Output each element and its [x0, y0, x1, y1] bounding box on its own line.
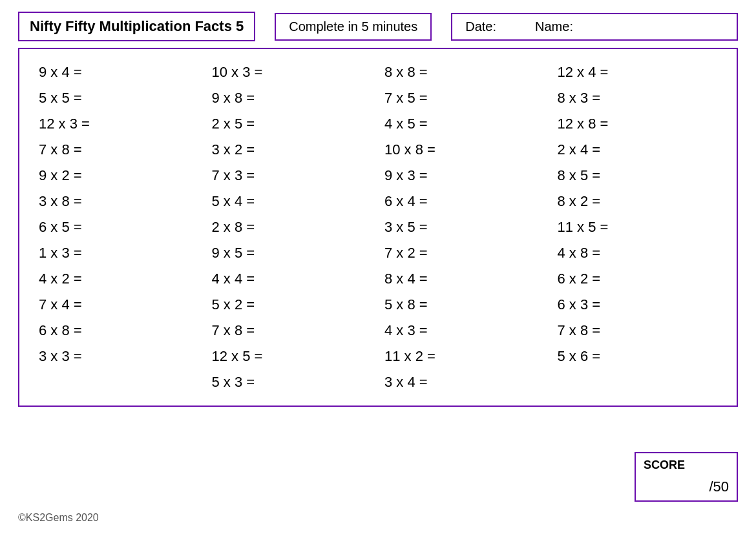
- fact-item: 10 x 3 =: [205, 59, 379, 85]
- footer: ©KS2Gems 2020: [18, 512, 99, 524]
- header: Nifty Fifty Multiplication Facts 5 Compl…: [18, 12, 738, 41]
- fact-item: 2 x 4 =: [551, 137, 724, 163]
- fact-item: 4 x 4 =: [205, 266, 379, 292]
- fact-item: 6 x 4 =: [378, 189, 551, 214]
- fact-item: 11 x 2 =: [378, 344, 551, 369]
- score-value: /50: [644, 478, 729, 495]
- fact-item: 1 x 3 =: [32, 240, 205, 266]
- complete-text: Complete in 5 minutes: [289, 19, 417, 34]
- fact-item: 7 x 2 =: [378, 240, 551, 266]
- fact-item: 5 x 4 =: [205, 189, 379, 214]
- fact-item: 8 x 3 =: [551, 85, 724, 111]
- fact-item: 3 x 5 =: [378, 214, 551, 240]
- fact-item: 3 x 4 =: [378, 369, 551, 395]
- fact-item: 5 x 3 =: [205, 369, 379, 395]
- complete-box: Complete in 5 minutes: [275, 13, 432, 41]
- fact-item: 6 x 5 =: [32, 214, 205, 240]
- fact-item: [32, 369, 205, 395]
- fact-item: 7 x 4 =: [32, 292, 205, 318]
- fact-item: 6 x 3 =: [551, 292, 724, 318]
- fact-item: 2 x 5 =: [205, 111, 379, 137]
- score-label: SCORE: [644, 458, 729, 472]
- fact-item: 8 x 8 =: [378, 59, 551, 85]
- score-box: SCORE /50: [635, 452, 738, 502]
- fact-item: 4 x 8 =: [551, 240, 724, 266]
- title-box: Nifty Fifty Multiplication Facts 5: [18, 12, 255, 41]
- date-label: Date:: [465, 19, 496, 34]
- fact-item: 9 x 5 =: [205, 240, 379, 266]
- fact-item: 8 x 5 =: [551, 163, 724, 189]
- fact-item: 3 x 3 =: [32, 344, 205, 369]
- fact-item: 3 x 8 =: [32, 189, 205, 214]
- fact-item: 5 x 5 =: [32, 85, 205, 111]
- fact-item: 4 x 2 =: [32, 266, 205, 292]
- name-label: Name:: [535, 19, 573, 34]
- fact-item: 12 x 5 =: [205, 344, 379, 369]
- fact-item: 12 x 8 =: [551, 111, 724, 137]
- fact-item: 4 x 3 =: [378, 318, 551, 344]
- fact-item: 7 x 8 =: [32, 137, 205, 163]
- fact-item: 7 x 5 =: [378, 85, 551, 111]
- fact-item: 6 x 2 =: [551, 266, 724, 292]
- fact-item: 5 x 6 =: [551, 344, 724, 369]
- fact-item: 7 x 3 =: [205, 163, 379, 189]
- copyright-text: ©KS2Gems 2020: [18, 512, 99, 523]
- fact-item: 3 x 2 =: [205, 137, 379, 163]
- fact-item: 9 x 2 =: [32, 163, 205, 189]
- title-text: Nifty Fifty Multiplication Facts 5: [30, 18, 244, 34]
- fact-item: 4 x 5 =: [378, 111, 551, 137]
- fact-item: 12 x 3 =: [32, 111, 205, 137]
- fact-item: 8 x 2 =: [551, 189, 724, 214]
- fact-item: 11 x 5 =: [551, 214, 724, 240]
- fact-item: 7 x 8 =: [551, 318, 724, 344]
- fact-item: 10 x 8 =: [378, 137, 551, 163]
- date-name-box: Date: Name:: [451, 13, 738, 41]
- fact-item: 9 x 8 =: [205, 85, 379, 111]
- fact-item: 6 x 8 =: [32, 318, 205, 344]
- fact-item: 7 x 8 =: [205, 318, 379, 344]
- fact-item: 2 x 8 =: [205, 214, 379, 240]
- fact-item: 5 x 2 =: [205, 292, 379, 318]
- fact-item: 9 x 4 =: [32, 59, 205, 85]
- fact-item: 12 x 4 =: [551, 59, 724, 85]
- fact-item: 8 x 4 =: [378, 266, 551, 292]
- fact-item: 9 x 3 =: [378, 163, 551, 189]
- main-facts-box: 9 x 4 =10 x 3 =8 x 8 =12 x 4 =5 x 5 =9 x…: [18, 48, 738, 407]
- fact-item: [551, 369, 724, 395]
- fact-item: 5 x 8 =: [378, 292, 551, 318]
- facts-grid: 9 x 4 =10 x 3 =8 x 8 =12 x 4 =5 x 5 =9 x…: [32, 59, 724, 395]
